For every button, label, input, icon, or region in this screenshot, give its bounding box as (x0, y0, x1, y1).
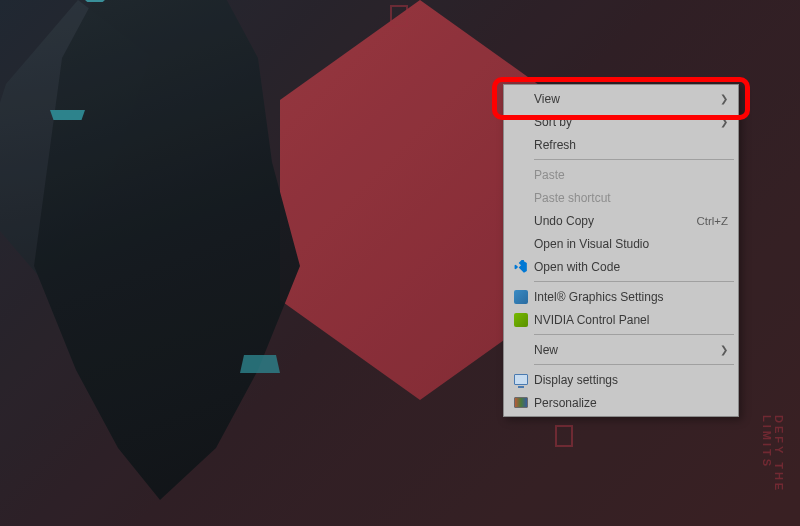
menu-separator (534, 159, 734, 160)
personalize-icon (510, 395, 532, 411)
wallpaper-side-text: DEFY THE LIMITS (761, 415, 785, 526)
menu-item-paste-shortcut: Paste shortcut (506, 186, 736, 209)
menu-label: View (532, 92, 718, 106)
wallpaper-figure (0, 0, 380, 520)
menu-separator (534, 364, 734, 365)
menu-icon-empty (510, 342, 532, 358)
menu-item-paste: Paste (506, 163, 736, 186)
nvidia-icon (510, 312, 532, 328)
display-icon (510, 372, 532, 388)
menu-item-personalize[interactable]: Personalize (506, 391, 736, 414)
menu-label: NVIDIA Control Panel (532, 313, 728, 327)
menu-label: Undo Copy (532, 214, 696, 228)
menu-separator (534, 334, 734, 335)
menu-shortcut: Ctrl+Z (696, 215, 728, 227)
menu-icon-empty (510, 167, 532, 183)
menu-item-open-visual-studio[interactable]: Open in Visual Studio (506, 232, 736, 255)
menu-label: Intel® Graphics Settings (532, 290, 728, 304)
chevron-right-icon: ❯ (718, 93, 728, 104)
menu-item-new[interactable]: New ❯ (506, 338, 736, 361)
menu-item-open-with-code[interactable]: Open with Code (506, 255, 736, 278)
menu-label: Open in Visual Studio (532, 237, 728, 251)
menu-label: Refresh (532, 138, 728, 152)
menu-item-intel-graphics[interactable]: Intel® Graphics Settings (506, 285, 736, 308)
menu-icon-empty (510, 91, 532, 107)
chevron-right-icon: ❯ (718, 344, 728, 355)
menu-item-refresh[interactable]: Refresh (506, 133, 736, 156)
wallpaper-marker-icon (555, 425, 573, 447)
menu-item-display-settings[interactable]: Display settings (506, 368, 736, 391)
menu-item-view[interactable]: View ❯ (506, 87, 736, 110)
menu-label: New (532, 343, 718, 357)
menu-label: Paste (532, 168, 728, 182)
menu-icon-empty (510, 137, 532, 153)
menu-item-sort-by[interactable]: Sort by ❯ (506, 110, 736, 133)
desktop-context-menu: View ❯ Sort by ❯ Refresh Paste Paste sho… (503, 84, 739, 417)
chevron-right-icon: ❯ (718, 116, 728, 127)
menu-item-undo-copy[interactable]: Undo Copy Ctrl+Z (506, 209, 736, 232)
menu-icon-empty (510, 213, 532, 229)
menu-label: Paste shortcut (532, 191, 728, 205)
menu-label: Sort by (532, 115, 718, 129)
menu-item-nvidia-control-panel[interactable]: NVIDIA Control Panel (506, 308, 736, 331)
menu-label: Personalize (532, 396, 728, 410)
vscode-icon (510, 259, 532, 275)
menu-icon-empty (510, 190, 532, 206)
menu-icon-empty (510, 114, 532, 130)
menu-icon-empty (510, 236, 532, 252)
menu-label: Display settings (532, 373, 728, 387)
wallpaper-marker-icon (390, 5, 408, 27)
menu-label: Open with Code (532, 260, 728, 274)
menu-separator (534, 281, 734, 282)
intel-icon (510, 289, 532, 305)
